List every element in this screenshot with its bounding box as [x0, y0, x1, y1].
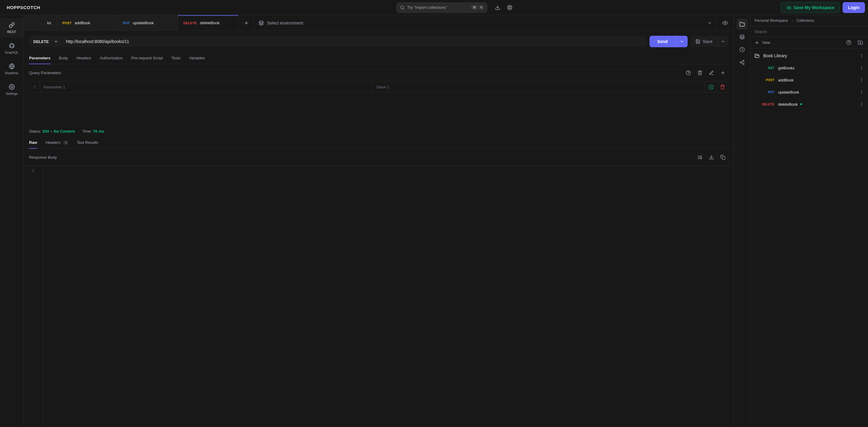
rail-rest[interactable]: REST — [0, 18, 23, 37]
request-tab-updatebook[interactable]: PUT updateBook — [117, 15, 178, 31]
collections-search[interactable] — [750, 26, 868, 37]
crumb-collections[interactable]: Collections — [797, 19, 814, 23]
save-request-button[interactable]: Save — [691, 36, 717, 47]
param-delete-button[interactable] — [717, 82, 728, 92]
response-meta: Status: 204 • No Content Time: 76 ms — [24, 129, 734, 137]
collection-request-updatebook[interactable]: PUT updateBook — [750, 86, 868, 98]
collection-request-getbooks[interactable]: GET getBooks — [750, 62, 868, 74]
more-vertical-icon — [859, 90, 864, 94]
crumb-workspace[interactable]: Personal Workspace — [754, 19, 788, 23]
subtab-prerequest[interactable]: Pre-request Script — [131, 52, 163, 64]
collections-search-input[interactable] — [754, 29, 864, 34]
plus-icon — [244, 20, 249, 26]
rail-share[interactable] — [737, 57, 748, 68]
svg-line-5 — [508, 6, 509, 7]
param-key-input[interactable] — [40, 82, 373, 92]
response-tabs: Raw Headers 3 Test Results — [24, 137, 734, 149]
params-add-button[interactable] — [717, 67, 728, 78]
collection-request-addbook[interactable]: POST addBook — [750, 74, 868, 86]
rail-history[interactable] — [737, 44, 748, 55]
rail-graphql-label: GraphQL — [5, 51, 19, 54]
request-subtabs: Parameters Body Headers Authorization Pr… — [24, 52, 734, 64]
svg-point-49 — [861, 57, 862, 57]
subtab-headers[interactable]: Headers — [76, 52, 91, 64]
request-tabs: ks POST addBook PUT updateBook DELETE de… — [24, 15, 734, 31]
more-vertical-icon — [859, 102, 864, 107]
save-dropdown[interactable] — [717, 36, 728, 47]
login-button[interactable]: Login — [843, 2, 865, 13]
query-params-label: Query Parameters — [29, 70, 61, 75]
search-shortcut: ⌘K — [471, 5, 484, 10]
subtab-parameters[interactable]: Parameters — [29, 52, 51, 64]
params-bulk-edit-button[interactable] — [706, 67, 717, 78]
new-collection-button[interactable]: New — [754, 40, 770, 45]
time-label: Time: — [82, 129, 92, 134]
global-search-input[interactable] — [407, 5, 469, 10]
response-download-button[interactable] — [706, 152, 717, 163]
collections-panel: Personal Workspace Collections New — [750, 15, 868, 427]
rail-realtime[interactable]: Realtime — [0, 59, 23, 79]
rail-graphql[interactable]: GraphQL — [0, 39, 23, 58]
rail-environments[interactable] — [737, 31, 748, 42]
check-circle-icon — [709, 85, 714, 90]
rail-settings[interactable]: Settings — [0, 80, 23, 99]
svg-point-26 — [34, 86, 35, 86]
request-more-button[interactable] — [857, 87, 866, 96]
response-tab-headers[interactable]: Headers 3 — [46, 137, 68, 148]
response-code[interactable] — [43, 166, 734, 427]
response-tab-raw[interactable]: Raw — [29, 137, 37, 148]
collections-import-button[interactable] — [855, 37, 866, 48]
subtab-body[interactable]: Body — [59, 52, 68, 64]
collections-help-button[interactable] — [843, 37, 854, 48]
method-select[interactable]: DELETE — [29, 36, 62, 47]
save-workspace-label: Save My Workspace — [794, 5, 834, 10]
rail-collections[interactable] — [737, 19, 748, 30]
left-rail: REST GraphQL Realtime Settings — [0, 15, 24, 427]
response-tab-test-results[interactable]: Test Results — [77, 137, 98, 148]
svg-marker-35 — [740, 35, 744, 37]
install-app-icon[interactable] — [492, 2, 503, 13]
params-help-button[interactable] — [683, 67, 694, 78]
environment-quickpeek[interactable] — [717, 15, 734, 31]
request-tab-addbook[interactable]: POST addBook — [57, 15, 117, 31]
drag-handle[interactable] — [29, 82, 40, 92]
environment-label: Select environment — [267, 21, 303, 25]
response-gutter: 1 — [24, 166, 43, 427]
status-sep: • — [50, 129, 53, 134]
collection-folder[interactable]: Book Library — [750, 50, 868, 62]
collection-request-deletebook[interactable]: DELETE deleteBook — [750, 98, 868, 110]
svg-point-28 — [34, 87, 35, 87]
help-icon[interactable] — [504, 2, 515, 13]
request-more-button[interactable] — [857, 63, 866, 73]
request-tab-partial[interactable]: ks — [24, 15, 57, 31]
collection-more-button[interactable] — [857, 51, 866, 60]
grip-icon — [32, 85, 37, 89]
request-tab-method: PUT — [123, 21, 130, 25]
breadcrumb: Personal Workspace Collections — [750, 15, 868, 26]
send-button[interactable]: Send — [650, 36, 676, 47]
subtab-tests[interactable]: Tests — [171, 52, 180, 64]
params-clear-button[interactable] — [694, 67, 705, 78]
add-tab-button[interactable] — [239, 15, 254, 31]
param-value-input[interactable] — [373, 82, 705, 92]
subtab-variables[interactable]: Variables — [189, 52, 205, 64]
param-toggle-button[interactable] — [705, 82, 717, 92]
rail-realtime-label: Realtime — [5, 71, 18, 75]
svg-point-61 — [861, 105, 862, 106]
svg-line-40 — [741, 63, 743, 64]
send-dropdown[interactable] — [676, 36, 688, 47]
request-more-button[interactable] — [857, 76, 866, 85]
request-more-button[interactable] — [857, 99, 866, 109]
method-label: DELETE — [33, 39, 49, 44]
url-input[interactable] — [62, 36, 647, 47]
response-copy-button[interactable] — [717, 152, 728, 163]
svg-point-0 — [401, 6, 403, 8]
status-label: Status: — [29, 129, 41, 134]
request-tab-deletebook[interactable]: DELETE deleteBook — [178, 15, 239, 31]
subtab-authorization[interactable]: Authorization — [100, 52, 123, 64]
environment-selector[interactable]: Select environment — [254, 15, 717, 31]
app-logo[interactable]: HOPPSCOTCH — [3, 5, 44, 10]
save-workspace-button[interactable]: Save My Workspace — [781, 2, 840, 13]
global-search[interactable]: ⌘K — [397, 2, 487, 13]
response-wrap-button[interactable] — [694, 152, 705, 163]
